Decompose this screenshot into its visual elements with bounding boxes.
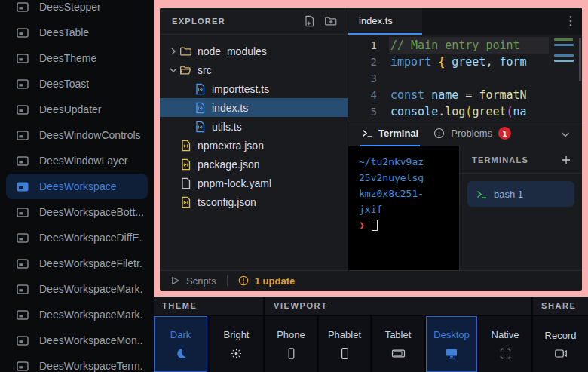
explorer-title: EXPLORER bbox=[172, 17, 304, 26]
component-icon bbox=[17, 131, 29, 140]
sidebar-item-label: DeesWorkspace bbox=[39, 180, 116, 192]
toolbar-button-dark[interactable]: Dark bbox=[154, 316, 207, 372]
update-button[interactable]: 1 update bbox=[238, 275, 295, 287]
typescript-file-icon bbox=[194, 121, 206, 133]
sidebar-item-deesworkspace[interactable]: DeesWorkspace bbox=[6, 174, 148, 199]
minimap[interactable] bbox=[554, 38, 577, 62]
file-icon bbox=[179, 177, 191, 189]
tree-item-index-ts[interactable]: index.ts bbox=[160, 98, 348, 117]
tree-item-pnpm-lock-yaml[interactable]: pnpm-lock.yaml bbox=[160, 174, 348, 192]
terminal-output[interactable]: ~/tu2nkv9az25v2nuyelsgkmz0x8c251-jxif❯ bbox=[348, 146, 460, 270]
sidebar-item-deesworkspacemark[interactable]: DeesWorkspaceMark... bbox=[6, 302, 148, 327]
code-line: 4const name = formatN bbox=[348, 87, 582, 103]
minimap-line bbox=[554, 38, 573, 41]
terminal-icon bbox=[476, 189, 487, 199]
sidebar-item-deesupdater[interactable]: DeesUpdater bbox=[6, 97, 148, 122]
toolbar-section-title-viewport: VIEWPORT bbox=[265, 297, 531, 315]
sidebar-item-deeswindowlayer[interactable]: DeesWindowLayer bbox=[6, 148, 148, 174]
terminal-session-bash-1[interactable]: bash 1 bbox=[467, 181, 574, 207]
chevron-down-icon bbox=[167, 64, 179, 76]
tree-item-label: package.json bbox=[198, 158, 260, 171]
toolbar-button-desktop[interactable]: Desktop bbox=[426, 316, 477, 372]
scripts-button[interactable]: Scripts bbox=[170, 275, 216, 287]
code-editor[interactable]: 1// Main entry point2import { greet, for… bbox=[348, 35, 582, 121]
terminals-list: bash 1 bbox=[460, 174, 582, 207]
toolbar-button-phablet[interactable]: Phablet bbox=[319, 316, 370, 372]
line-number: 1 bbox=[348, 37, 389, 54]
phablet-icon bbox=[338, 347, 351, 360]
explorer-header: EXPLORER bbox=[160, 8, 348, 35]
folder-icon bbox=[179, 45, 191, 57]
toolbar-button-tablet[interactable]: Tablet bbox=[372, 316, 424, 372]
terminal-line: jxif bbox=[359, 201, 456, 217]
sidebar-item-deesworkspacemark[interactable]: DeesWorkspaceMark... bbox=[6, 276, 148, 302]
sidebar-item-deesworkspaceterm[interactable]: DeesWorkspaceTerm... bbox=[6, 353, 148, 372]
line-number: 3 bbox=[348, 70, 389, 87]
code-line: 2import { greet, form bbox=[348, 54, 582, 70]
tree-item-package-json[interactable]: package.json bbox=[160, 155, 348, 174]
code-line: 1// Main entry point bbox=[348, 37, 582, 54]
terminals-panel: TERMINALS bash 1 bbox=[460, 146, 582, 270]
toolbar-button-label: Dark bbox=[170, 329, 191, 340]
sidebar-item-deesworkspacediffe[interactable]: DeesWorkspaceDiffE... bbox=[6, 225, 148, 251]
tree-item-utils-ts[interactable]: utils.ts bbox=[160, 117, 348, 136]
editor-scrollbar[interactable] bbox=[579, 38, 581, 81]
more-actions-icon[interactable] bbox=[569, 8, 582, 35]
sidebar-item-deestheme[interactable]: DeesTheme bbox=[6, 45, 148, 71]
new-file-icon[interactable] bbox=[304, 15, 315, 27]
sidebar-item-label: DeesUpdater bbox=[39, 103, 102, 115]
tree-item-tsconfig-json[interactable]: tsconfig.json bbox=[160, 192, 348, 211]
tree-item-npmextra-json[interactable]: npmextra.json bbox=[160, 136, 348, 155]
sidebar-item-deesworkspacefiletr[interactable]: DeesWorkspaceFiletr... bbox=[6, 251, 148, 276]
new-folder-icon[interactable] bbox=[324, 15, 337, 27]
alert-icon bbox=[238, 275, 249, 286]
line-number: 4 bbox=[348, 87, 389, 103]
panel-collapse-icon[interactable] bbox=[559, 121, 571, 146]
component-icon bbox=[17, 182, 29, 192]
tab-index-ts[interactable]: index.ts bbox=[348, 8, 422, 35]
component-icon bbox=[17, 259, 29, 269]
terminals-title: TERMINALS bbox=[472, 155, 561, 164]
code-text bbox=[389, 70, 549, 87]
toolbar-button-native[interactable]: Native bbox=[479, 316, 531, 372]
terminal-prompt-icon bbox=[362, 128, 372, 138]
story-frame: EXPLORER node_modulessrcimporttest.tsind… bbox=[154, 0, 588, 297]
tree-item-src[interactable]: src bbox=[160, 60, 348, 79]
code-text: // Main entry point bbox=[389, 37, 549, 54]
chevron-right-icon bbox=[167, 45, 179, 57]
component-icon bbox=[17, 156, 29, 166]
toolbar-button-phone[interactable]: Phone bbox=[265, 316, 317, 372]
app: DeesStepperDeesTableDeesThemeDeesToastDe… bbox=[0, 0, 588, 372]
sidebar-item-deestable[interactable]: DeesTable bbox=[6, 20, 148, 45]
toolbar-button-record[interactable]: Record bbox=[533, 316, 588, 372]
sidebar-item-deestoast[interactable]: DeesToast bbox=[6, 71, 148, 97]
toolbar-button-label: Native bbox=[492, 329, 519, 340]
panel-tab-terminal[interactable]: Terminal bbox=[360, 121, 420, 146]
sidebar-item-label: DeesWorkspaceTerm... bbox=[39, 360, 143, 372]
sidebar-item-deesstepper[interactable]: DeesStepper bbox=[6, 0, 148, 20]
terminals-header: TERMINALS bbox=[460, 146, 582, 174]
toolbar-button-bright[interactable]: Bright bbox=[210, 316, 263, 372]
new-terminal-icon[interactable] bbox=[561, 155, 571, 165]
toolbar-button-label: Desktop bbox=[433, 329, 470, 340]
sidebar-item-deesworkspacebott[interactable]: DeesWorkspaceBott... bbox=[6, 199, 148, 225]
terminal-session-label: bash 1 bbox=[494, 189, 523, 200]
panel-tab-label: Problems bbox=[451, 128, 492, 139]
component-icon bbox=[17, 336, 29, 346]
code-lines: 1// Main entry point2import { greet, for… bbox=[348, 37, 582, 120]
sidebar-item-deesworkspacemon[interactable]: DeesWorkspaceMon... bbox=[6, 327, 148, 353]
sidebar-item-label: DeesWindowLayer bbox=[39, 155, 128, 167]
tree-item-label: src bbox=[198, 64, 212, 76]
tree-item-importtest-ts[interactable]: importtest.ts bbox=[160, 79, 348, 98]
problems-icon bbox=[433, 128, 445, 139]
code-line: 5console.log(greet(na bbox=[348, 103, 582, 120]
tree-item-node-modules[interactable]: node_modules bbox=[160, 42, 348, 60]
toolbar-button-label: Phablet bbox=[328, 329, 361, 340]
toolbar-section-share: Record bbox=[533, 316, 588, 372]
component-icon bbox=[17, 54, 29, 63]
sidebar-item-deeswindowcontrols[interactable]: DeesWindowControls bbox=[6, 122, 148, 148]
sidebar-item-label: DeesWorkspaceFiletr... bbox=[39, 257, 143, 269]
minimap-line bbox=[554, 54, 574, 57]
panel-tab-problems[interactable]: Problems1 bbox=[432, 121, 513, 146]
code-text: console.log(greet(na bbox=[389, 103, 549, 120]
